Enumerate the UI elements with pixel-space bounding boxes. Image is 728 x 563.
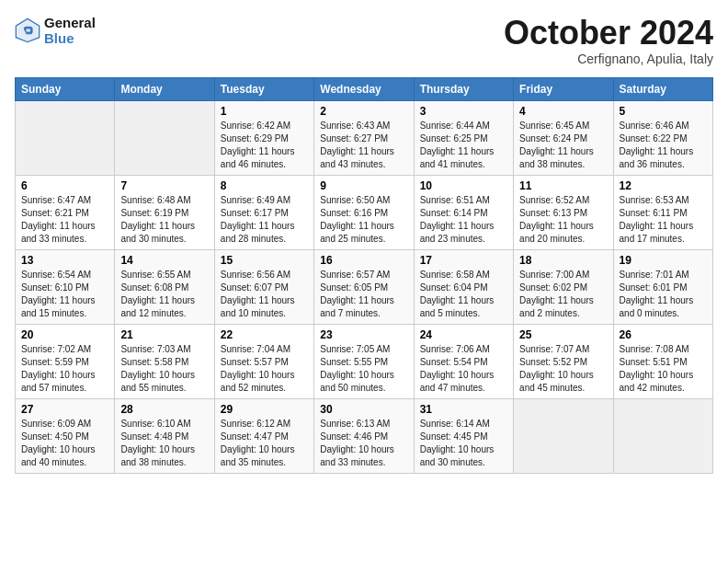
day-header-saturday: Saturday bbox=[613, 77, 712, 100]
day-info: Sunrise: 6:43 AM Sunset: 6:27 PM Dayligh… bbox=[320, 120, 407, 171]
calendar-cell bbox=[16, 100, 115, 175]
day-number: 1 bbox=[221, 105, 308, 118]
day-info: Sunrise: 7:07 AM Sunset: 5:52 PM Dayligh… bbox=[519, 343, 607, 395]
day-info: Sunrise: 6:10 AM Sunset: 4:48 PM Dayligh… bbox=[120, 418, 208, 469]
day-info: Sunrise: 6:13 AM Sunset: 4:46 PM Dayligh… bbox=[320, 418, 407, 469]
day-number: 22 bbox=[221, 328, 308, 341]
day-info: Sunrise: 7:06 AM Sunset: 5:54 PM Dayligh… bbox=[420, 343, 507, 395]
day-info: Sunrise: 6:54 AM Sunset: 6:10 PM Dayligh… bbox=[21, 269, 108, 320]
day-info: Sunrise: 6:56 AM Sunset: 6:07 PM Dayligh… bbox=[221, 269, 308, 320]
day-number: 12 bbox=[620, 179, 707, 192]
calendar-cell: 14Sunrise: 6:55 AM Sunset: 6:08 PM Dayli… bbox=[115, 249, 214, 324]
day-info: Sunrise: 6:55 AM Sunset: 6:08 PM Dayligh… bbox=[120, 269, 208, 320]
day-info: Sunrise: 6:46 AM Sunset: 6:22 PM Dayligh… bbox=[620, 120, 707, 171]
calendar-cell bbox=[115, 100, 214, 175]
logo-icon bbox=[15, 17, 40, 43]
day-info: Sunrise: 6:45 AM Sunset: 6:24 PM Dayligh… bbox=[519, 120, 607, 171]
day-header-wednesday: Wednesday bbox=[314, 77, 414, 100]
calendar-cell: 28Sunrise: 6:10 AM Sunset: 4:48 PM Dayli… bbox=[115, 398, 214, 473]
calendar-cell: 22Sunrise: 7:04 AM Sunset: 5:57 PM Dayli… bbox=[214, 324, 313, 398]
logo: General Blue bbox=[15, 15, 96, 46]
day-number: 26 bbox=[620, 328, 707, 341]
calendar-cell: 7Sunrise: 6:48 AM Sunset: 6:19 PM Daylig… bbox=[115, 175, 214, 249]
day-header-friday: Friday bbox=[514, 77, 613, 100]
calendar-week-row: 20Sunrise: 7:02 AM Sunset: 5:59 PM Dayli… bbox=[16, 324, 713, 398]
title-block: October 2024 Cerfignano, Apulia, Italy bbox=[504, 15, 713, 66]
day-number: 27 bbox=[21, 403, 108, 416]
calendar-cell: 10Sunrise: 6:51 AM Sunset: 6:14 PM Dayli… bbox=[414, 175, 513, 249]
day-number: 6 bbox=[21, 179, 108, 192]
calendar-cell: 16Sunrise: 6:57 AM Sunset: 6:05 PM Dayli… bbox=[314, 249, 414, 324]
calendar-week-row: 27Sunrise: 6:09 AM Sunset: 4:50 PM Dayli… bbox=[16, 398, 713, 473]
calendar-cell: 31Sunrise: 6:14 AM Sunset: 4:45 PM Dayli… bbox=[414, 398, 513, 473]
day-number: 13 bbox=[21, 254, 108, 267]
day-info: Sunrise: 6:51 AM Sunset: 6:14 PM Dayligh… bbox=[420, 194, 507, 246]
calendar-cell: 30Sunrise: 6:13 AM Sunset: 4:46 PM Dayli… bbox=[314, 398, 414, 473]
day-info: Sunrise: 6:58 AM Sunset: 6:04 PM Dayligh… bbox=[420, 269, 507, 320]
calendar-cell: 2Sunrise: 6:43 AM Sunset: 6:27 PM Daylig… bbox=[314, 100, 414, 175]
day-info: Sunrise: 6:50 AM Sunset: 6:16 PM Dayligh… bbox=[320, 194, 407, 246]
day-number: 29 bbox=[221, 403, 308, 416]
day-info: Sunrise: 6:44 AM Sunset: 6:25 PM Dayligh… bbox=[420, 120, 507, 171]
day-number: 10 bbox=[420, 179, 507, 192]
day-info: Sunrise: 7:08 AM Sunset: 5:51 PM Dayligh… bbox=[620, 343, 707, 395]
calendar-cell: 15Sunrise: 6:56 AM Sunset: 6:07 PM Dayli… bbox=[214, 249, 313, 324]
day-number: 21 bbox=[120, 328, 208, 341]
day-number: 9 bbox=[320, 179, 407, 192]
day-info: Sunrise: 6:47 AM Sunset: 6:21 PM Dayligh… bbox=[21, 194, 108, 246]
day-info: Sunrise: 6:52 AM Sunset: 6:13 PM Dayligh… bbox=[519, 194, 607, 246]
day-number: 14 bbox=[120, 254, 208, 267]
calendar-cell: 8Sunrise: 6:49 AM Sunset: 6:17 PM Daylig… bbox=[214, 175, 313, 249]
calendar-cell: 20Sunrise: 7:02 AM Sunset: 5:59 PM Dayli… bbox=[16, 324, 115, 398]
day-number: 11 bbox=[519, 179, 607, 192]
month-title: October 2024 bbox=[504, 15, 713, 52]
day-number: 28 bbox=[120, 403, 208, 416]
day-info: Sunrise: 7:03 AM Sunset: 5:58 PM Dayligh… bbox=[120, 343, 208, 395]
calendar-week-row: 13Sunrise: 6:54 AM Sunset: 6:10 PM Dayli… bbox=[16, 249, 713, 324]
calendar-cell: 4Sunrise: 6:45 AM Sunset: 6:24 PM Daylig… bbox=[514, 100, 613, 175]
calendar-cell: 9Sunrise: 6:50 AM Sunset: 6:16 PM Daylig… bbox=[314, 175, 414, 249]
day-number: 24 bbox=[420, 328, 507, 341]
day-info: Sunrise: 6:49 AM Sunset: 6:17 PM Dayligh… bbox=[221, 194, 308, 246]
calendar-week-row: 6Sunrise: 6:47 AM Sunset: 6:21 PM Daylig… bbox=[16, 175, 713, 249]
day-number: 31 bbox=[420, 403, 507, 416]
day-info: Sunrise: 6:12 AM Sunset: 4:47 PM Dayligh… bbox=[221, 418, 308, 469]
calendar-week-row: 1Sunrise: 6:42 AM Sunset: 6:29 PM Daylig… bbox=[16, 100, 713, 175]
calendar-cell: 27Sunrise: 6:09 AM Sunset: 4:50 PM Dayli… bbox=[16, 398, 115, 473]
day-number: 15 bbox=[221, 254, 308, 267]
day-number: 2 bbox=[320, 105, 407, 118]
day-info: Sunrise: 7:05 AM Sunset: 5:55 PM Dayligh… bbox=[320, 343, 407, 395]
day-number: 25 bbox=[519, 328, 607, 341]
page-header: General Blue October 2024 Cerfignano, Ap… bbox=[15, 15, 713, 66]
day-number: 8 bbox=[221, 179, 308, 192]
day-number: 7 bbox=[120, 179, 208, 192]
day-number: 4 bbox=[519, 105, 607, 118]
day-info: Sunrise: 6:14 AM Sunset: 4:45 PM Dayligh… bbox=[420, 418, 507, 469]
day-info: Sunrise: 6:09 AM Sunset: 4:50 PM Dayligh… bbox=[21, 418, 108, 469]
day-info: Sunrise: 7:01 AM Sunset: 6:01 PM Dayligh… bbox=[620, 269, 707, 320]
day-info: Sunrise: 6:57 AM Sunset: 6:05 PM Dayligh… bbox=[320, 269, 407, 320]
day-number: 30 bbox=[320, 403, 407, 416]
day-number: 3 bbox=[420, 105, 507, 118]
day-number: 16 bbox=[320, 254, 407, 267]
location-subtitle: Cerfignano, Apulia, Italy bbox=[504, 52, 713, 66]
calendar-cell: 12Sunrise: 6:53 AM Sunset: 6:11 PM Dayli… bbox=[613, 175, 712, 249]
day-number: 23 bbox=[320, 328, 407, 341]
day-number: 19 bbox=[620, 254, 707, 267]
calendar-cell: 11Sunrise: 6:52 AM Sunset: 6:13 PM Dayli… bbox=[514, 175, 613, 249]
calendar-cell: 3Sunrise: 6:44 AM Sunset: 6:25 PM Daylig… bbox=[414, 100, 513, 175]
day-header-thursday: Thursday bbox=[414, 77, 513, 100]
calendar-cell: 1Sunrise: 6:42 AM Sunset: 6:29 PM Daylig… bbox=[214, 100, 313, 175]
day-number: 18 bbox=[519, 254, 607, 267]
calendar-cell: 25Sunrise: 7:07 AM Sunset: 5:52 PM Dayli… bbox=[514, 324, 613, 398]
day-number: 17 bbox=[420, 254, 507, 267]
day-header-tuesday: Tuesday bbox=[214, 77, 313, 100]
calendar-cell: 6Sunrise: 6:47 AM Sunset: 6:21 PM Daylig… bbox=[16, 175, 115, 249]
calendar-cell: 21Sunrise: 7:03 AM Sunset: 5:58 PM Dayli… bbox=[115, 324, 214, 398]
day-info: Sunrise: 6:53 AM Sunset: 6:11 PM Dayligh… bbox=[620, 194, 707, 246]
day-info: Sunrise: 7:00 AM Sunset: 6:02 PM Dayligh… bbox=[519, 269, 607, 320]
calendar-cell: 18Sunrise: 7:00 AM Sunset: 6:02 PM Dayli… bbox=[514, 249, 613, 324]
calendar-cell: 17Sunrise: 6:58 AM Sunset: 6:04 PM Dayli… bbox=[414, 249, 513, 324]
day-info: Sunrise: 7:04 AM Sunset: 5:57 PM Dayligh… bbox=[221, 343, 308, 395]
calendar-cell: 19Sunrise: 7:01 AM Sunset: 6:01 PM Dayli… bbox=[613, 249, 712, 324]
